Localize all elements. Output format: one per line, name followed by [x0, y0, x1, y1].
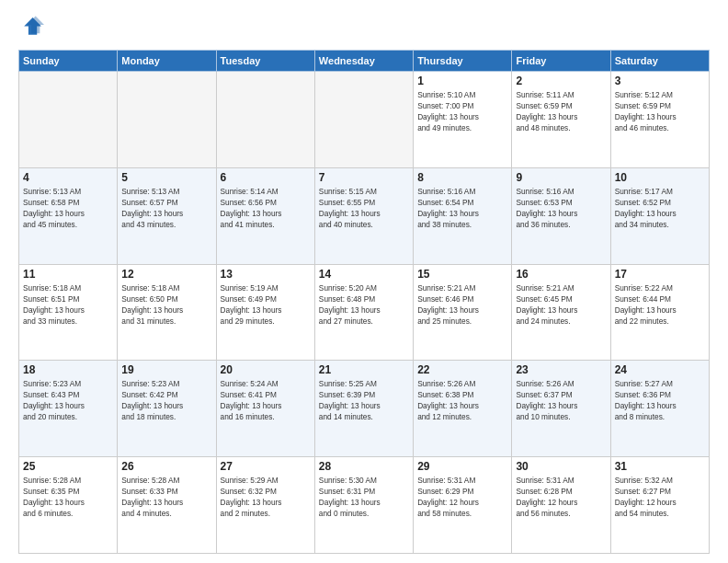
day-number: 14 [319, 268, 409, 281]
calendar-cell: 16Sunrise: 5:21 AM Sunset: 6:45 PM Dayli… [512, 264, 610, 361]
day-number: 23 [516, 363, 606, 376]
day-number: 28 [319, 460, 409, 473]
day-info: Sunrise: 5:30 AM Sunset: 6:31 PM Dayligh… [319, 475, 409, 519]
day-info: Sunrise: 5:24 AM Sunset: 6:41 PM Dayligh… [221, 378, 311, 422]
calendar-cell [19, 72, 118, 168]
day-info: Sunrise: 5:21 AM Sunset: 6:46 PM Dayligh… [417, 282, 507, 327]
week-row-3: 11Sunrise: 5:18 AM Sunset: 6:51 PM Dayli… [19, 264, 710, 361]
calendar-cell: 7Sunrise: 5:15 AM Sunset: 6:55 PM Daylig… [314, 167, 413, 264]
day-number: 8 [417, 171, 507, 184]
day-info: Sunrise: 5:11 AM Sunset: 6:59 PM Dayligh… [516, 89, 606, 133]
day-number: 15 [417, 268, 507, 281]
day-number: 19 [121, 363, 211, 376]
calendar-cell [314, 72, 413, 168]
day-info: Sunrise: 5:20 AM Sunset: 6:48 PM Dayligh… [319, 282, 409, 327]
day-info: Sunrise: 5:26 AM Sunset: 6:38 PM Dayligh… [417, 378, 507, 422]
calendar-cell: 22Sunrise: 5:26 AM Sunset: 6:38 PM Dayli… [414, 361, 512, 457]
calendar-cell: 18Sunrise: 5:23 AM Sunset: 6:43 PM Dayli… [19, 361, 118, 457]
calendar-cell: 14Sunrise: 5:20 AM Sunset: 6:48 PM Dayli… [314, 264, 413, 361]
calendar-cell: 1Sunrise: 5:10 AM Sunset: 7:00 PM Daylig… [414, 72, 512, 168]
calendar-cell: 11Sunrise: 5:18 AM Sunset: 6:51 PM Dayli… [19, 264, 118, 361]
weekday-header-monday: Monday [118, 51, 216, 72]
calendar-cell: 15Sunrise: 5:21 AM Sunset: 6:46 PM Dayli… [414, 264, 512, 361]
day-info: Sunrise: 5:18 AM Sunset: 6:50 PM Dayligh… [121, 282, 211, 327]
day-info: Sunrise: 5:26 AM Sunset: 6:37 PM Dayligh… [516, 378, 606, 422]
day-number: 31 [615, 460, 705, 473]
day-info: Sunrise: 5:14 AM Sunset: 6:56 PM Dayligh… [221, 186, 311, 230]
day-number: 16 [516, 268, 606, 281]
day-info: Sunrise: 5:25 AM Sunset: 6:39 PM Dayligh… [319, 378, 409, 422]
calendar-cell [118, 72, 216, 168]
day-number: 30 [516, 460, 606, 473]
calendar-cell: 30Sunrise: 5:31 AM Sunset: 6:28 PM Dayli… [512, 457, 610, 554]
calendar-cell [216, 72, 314, 168]
day-number: 2 [516, 75, 606, 87]
page: SundayMondayTuesdayWednesdayThursdayFrid… [0, 0, 728, 563]
day-number: 25 [23, 460, 113, 473]
day-info: Sunrise: 5:10 AM Sunset: 7:00 PM Dayligh… [417, 89, 507, 133]
day-number: 26 [121, 460, 211, 473]
day-info: Sunrise: 5:13 AM Sunset: 6:57 PM Dayligh… [121, 186, 211, 230]
calendar-cell: 29Sunrise: 5:31 AM Sunset: 6:29 PM Dayli… [414, 457, 512, 554]
calendar-table: SundayMondayTuesdayWednesdayThursdayFrid… [18, 50, 710, 554]
calendar-body: 1Sunrise: 5:10 AM Sunset: 7:00 PM Daylig… [19, 72, 710, 554]
calendar-cell: 6Sunrise: 5:14 AM Sunset: 6:56 PM Daylig… [216, 167, 314, 264]
day-info: Sunrise: 5:21 AM Sunset: 6:45 PM Dayligh… [516, 282, 606, 327]
day-info: Sunrise: 5:29 AM Sunset: 6:32 PM Dayligh… [221, 475, 311, 519]
logo-icon [18, 15, 44, 40]
day-number: 9 [516, 171, 606, 184]
day-info: Sunrise: 5:28 AM Sunset: 6:33 PM Dayligh… [121, 475, 211, 519]
week-row-4: 18Sunrise: 5:23 AM Sunset: 6:43 PM Dayli… [19, 361, 710, 457]
week-row-1: 1Sunrise: 5:10 AM Sunset: 7:00 PM Daylig… [19, 72, 710, 168]
day-number: 13 [221, 268, 311, 281]
calendar-cell: 20Sunrise: 5:24 AM Sunset: 6:41 PM Dayli… [216, 361, 314, 457]
calendar-cell: 23Sunrise: 5:26 AM Sunset: 6:37 PM Dayli… [512, 361, 610, 457]
header [18, 15, 710, 40]
calendar-cell: 19Sunrise: 5:23 AM Sunset: 6:42 PM Dayli… [118, 361, 216, 457]
calendar-cell: 31Sunrise: 5:32 AM Sunset: 6:27 PM Dayli… [610, 457, 709, 554]
day-info: Sunrise: 5:16 AM Sunset: 6:53 PM Dayligh… [516, 186, 606, 230]
day-info: Sunrise: 5:31 AM Sunset: 6:29 PM Dayligh… [417, 475, 507, 519]
day-number: 11 [23, 268, 113, 281]
calendar-cell: 8Sunrise: 5:16 AM Sunset: 6:54 PM Daylig… [414, 167, 512, 264]
calendar-cell: 17Sunrise: 5:22 AM Sunset: 6:44 PM Dayli… [610, 264, 709, 361]
day-info: Sunrise: 5:12 AM Sunset: 6:59 PM Dayligh… [615, 89, 705, 133]
day-info: Sunrise: 5:28 AM Sunset: 6:35 PM Dayligh… [23, 475, 113, 519]
day-number: 21 [319, 363, 409, 376]
day-info: Sunrise: 5:27 AM Sunset: 6:36 PM Dayligh… [615, 378, 705, 422]
calendar-cell: 25Sunrise: 5:28 AM Sunset: 6:35 PM Dayli… [19, 457, 118, 554]
day-number: 12 [121, 268, 211, 281]
day-number: 22 [417, 363, 507, 376]
day-info: Sunrise: 5:17 AM Sunset: 6:52 PM Dayligh… [615, 186, 705, 230]
calendar-cell: 3Sunrise: 5:12 AM Sunset: 6:59 PM Daylig… [610, 72, 709, 168]
calendar-cell: 27Sunrise: 5:29 AM Sunset: 6:32 PM Dayli… [216, 457, 314, 554]
week-row-2: 4Sunrise: 5:13 AM Sunset: 6:58 PM Daylig… [19, 167, 710, 264]
calendar-cell: 9Sunrise: 5:16 AM Sunset: 6:53 PM Daylig… [512, 167, 610, 264]
day-info: Sunrise: 5:18 AM Sunset: 6:51 PM Dayligh… [23, 282, 113, 327]
day-number: 5 [121, 171, 211, 184]
day-info: Sunrise: 5:13 AM Sunset: 6:58 PM Dayligh… [23, 186, 113, 230]
weekday-header-thursday: Thursday [414, 51, 512, 72]
day-number: 27 [221, 460, 311, 473]
day-number: 20 [221, 363, 311, 376]
day-info: Sunrise: 5:22 AM Sunset: 6:44 PM Dayligh… [615, 282, 705, 327]
weekday-header-friday: Friday [512, 51, 610, 72]
day-info: Sunrise: 5:23 AM Sunset: 6:43 PM Dayligh… [23, 378, 113, 422]
logo [18, 15, 48, 40]
calendar-cell: 13Sunrise: 5:19 AM Sunset: 6:49 PM Dayli… [216, 264, 314, 361]
calendar-cell: 21Sunrise: 5:25 AM Sunset: 6:39 PM Dayli… [314, 361, 413, 457]
day-number: 10 [615, 171, 705, 184]
day-number: 7 [319, 171, 409, 184]
day-number: 24 [615, 363, 705, 376]
calendar-cell: 28Sunrise: 5:30 AM Sunset: 6:31 PM Dayli… [314, 457, 413, 554]
day-number: 29 [417, 460, 507, 473]
day-info: Sunrise: 5:23 AM Sunset: 6:42 PM Dayligh… [121, 378, 211, 422]
day-number: 17 [615, 268, 705, 281]
calendar-cell: 2Sunrise: 5:11 AM Sunset: 6:59 PM Daylig… [512, 72, 610, 168]
day-info: Sunrise: 5:15 AM Sunset: 6:55 PM Dayligh… [319, 186, 409, 230]
day-info: Sunrise: 5:16 AM Sunset: 6:54 PM Dayligh… [417, 186, 507, 230]
calendar-cell: 10Sunrise: 5:17 AM Sunset: 6:52 PM Dayli… [610, 167, 709, 264]
calendar-cell: 4Sunrise: 5:13 AM Sunset: 6:58 PM Daylig… [19, 167, 118, 264]
weekday-header-sunday: Sunday [19, 51, 118, 72]
weekday-header-tuesday: Tuesday [216, 51, 314, 72]
